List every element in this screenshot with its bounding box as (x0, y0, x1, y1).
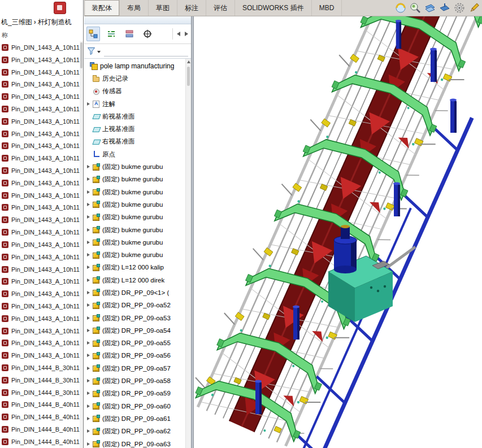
file-row[interactable]: Pin_DIN_1443_A_10h11x2 (0, 41, 83, 54)
file-row[interactable]: Pin_DIN_1444_B_40h11x9 (0, 423, 83, 436)
file-row[interactable]: Pin_DIN_1443_A_10h11x2 (0, 177, 83, 189)
filter-dropdown-caret-icon[interactable] (97, 51, 101, 53)
tree-item[interactable]: 历史记录 (84, 72, 191, 85)
file-list-scrollbar[interactable] (80, 41, 83, 448)
tree-item[interactable]: (固定) DR_PP_09-oa59 (84, 388, 191, 400)
panel-tab-scroll-left-icon[interactable] (176, 31, 181, 37)
ribbon-tab[interactable]: 评估 (206, 0, 235, 16)
expand-arrow-icon[interactable] (86, 76, 92, 82)
tree-item[interactable]: (固定) bukme gurubu (84, 160, 191, 173)
file-row[interactable]: Pin_DIN_1443_A_10h11x2 (0, 275, 83, 288)
tree-item[interactable]: (固定) DR_PP_09-oa57 (84, 362, 191, 375)
viewport-3d[interactable] (194, 16, 482, 448)
tree-item[interactable]: (固定) DR_PP_09<1> ( (84, 286, 191, 299)
file-row[interactable]: Pin_DIN_1444_B_40h11x9 (0, 411, 83, 423)
tree-item[interactable]: (固定) bukme gurubu (84, 186, 191, 198)
tree-item[interactable]: (固定) DR_PP_09-oa62 (84, 425, 191, 438)
expand-arrow-icon[interactable] (86, 176, 92, 182)
expand-arrow-icon[interactable] (86, 441, 92, 447)
file-row[interactable]: Pin_DIN_1443_A_10h11x2 (0, 312, 83, 325)
filter-funnel-icon[interactable] (87, 47, 95, 55)
file-row[interactable]: Pin_DIN_1443_A_10h11x2 (0, 103, 83, 115)
ribbon-tab[interactable]: 布局 (120, 0, 149, 16)
expand-arrow-icon[interactable] (86, 390, 92, 397)
expand-arrow-icon[interactable] (86, 126, 92, 132)
tree-item[interactable]: (固定) bukme gurubu (84, 236, 191, 249)
tree-scrollbar[interactable] (185, 59, 191, 448)
tree-item[interactable]: 传感器 (84, 85, 191, 98)
tree-item[interactable]: (固定) bukme gurubu (84, 198, 191, 211)
expand-arrow-icon[interactable] (86, 114, 92, 120)
file-row[interactable]: Pin_DIN_1444_B_40h11x9 (0, 399, 83, 411)
expand-arrow-icon[interactable] (86, 366, 92, 372)
ribbon-tab[interactable]: SOLIDWORKS 插件 (235, 0, 312, 16)
expand-arrow-icon[interactable] (86, 378, 92, 384)
breadcrumb-item[interactable]: 杆灯制造机 (38, 18, 72, 27)
tree-item[interactable]: (固定) DR_PP_09-oa56 (84, 350, 191, 362)
file-row[interactable]: Pin_DIN_1443_A_10h11x2 (0, 288, 83, 300)
ribbon-tab[interactable]: MBD (312, 0, 342, 16)
file-row[interactable]: Pin_DIN_1443_A_10h11x2 (0, 349, 83, 362)
expand-arrow-icon[interactable] (86, 88, 92, 94)
file-row[interactable]: Pin_DIN_1443_A_10h11x2 (0, 128, 83, 140)
file-row[interactable]: Pin_DIN_1443_A_10h11x2 (0, 263, 83, 276)
expand-arrow-icon[interactable] (86, 353, 92, 359)
file-row[interactable]: Pin_DIN_1443_A_10h11x2 (0, 238, 83, 251)
file-row[interactable]: Pin_DIN_1444_B_40h11x9 (0, 436, 83, 448)
tree-item[interactable]: 上视基准面 (84, 123, 191, 135)
file-row[interactable]: Pin_DIN_1443_A_10h11x2 (0, 54, 83, 66)
file-row[interactable]: Pin_DIN_1443_A_10h11x2 (0, 337, 83, 350)
tree-root-item[interactable]: pole lamp manufacturing (84, 60, 191, 72)
expand-arrow-icon[interactable] (86, 252, 92, 258)
expand-arrow-icon[interactable] (86, 189, 92, 195)
expand-arrow-icon[interactable] (86, 340, 92, 346)
expand-arrow-icon[interactable] (86, 315, 92, 321)
expand-arrow-icon[interactable] (86, 290, 92, 296)
tree-item[interactable]: (固定) DR_PP_09-oa54 (84, 324, 191, 337)
expand-arrow-icon[interactable] (86, 101, 92, 107)
expand-arrow-icon[interactable] (86, 164, 92, 170)
expand-arrow-icon[interactable] (86, 328, 92, 334)
tree-item[interactable]: 前视基准面 (84, 110, 191, 123)
file-row[interactable]: Pin_DIN_1443_A_10h11x2 (0, 140, 83, 153)
zoom-lens-icon[interactable] (409, 2, 422, 14)
file-row[interactable]: Pin_DIN_1443_A_10h11x2 (0, 325, 83, 337)
file-row[interactable]: Pin_DIN_1444_B_30h11x1 (0, 374, 83, 386)
section-pages-icon[interactable] (424, 2, 436, 14)
panel-tab-scroll-right-icon[interactable] (184, 31, 189, 37)
tab-dimxpertmanager[interactable] (141, 27, 154, 41)
filter-input[interactable] (104, 46, 188, 56)
pencil-icon[interactable] (468, 2, 480, 14)
file-row[interactable]: Pin_DIN_1443_A_10h11x2 (0, 189, 83, 202)
file-row[interactable]: Pin_DIN_1443_A_10h11x2 (0, 66, 83, 79)
expand-arrow-icon[interactable] (86, 151, 92, 158)
file-row[interactable]: Pin_DIN_1443_A_10h11x2 (0, 90, 83, 103)
file-row[interactable]: Pin_DIN_1443_A_10h11x2 (0, 214, 83, 226)
tree-item[interactable]: (固定) DR_PP_09-oa60 (84, 400, 191, 412)
tab-propertymanager[interactable] (105, 27, 118, 41)
gear-icon[interactable] (453, 2, 466, 14)
archive-app-icon[interactable] (54, 2, 66, 14)
expand-arrow-icon[interactable] (86, 214, 92, 220)
expand-arrow-icon[interactable] (86, 416, 92, 422)
expand-arrow-icon[interactable] (86, 403, 92, 410)
expand-arrow-icon[interactable] (86, 428, 92, 434)
expand-arrow-icon[interactable] (86, 202, 92, 208)
tab-featuremanager-tree[interactable] (86, 27, 100, 41)
tree-item[interactable]: (固定) DR_PP_09-oa55 (84, 337, 191, 350)
tree-item[interactable]: (固定) DR_PP_09-oa53 (84, 312, 191, 324)
file-row[interactable]: Pin_DIN_1443_A_10h11x2 (0, 152, 83, 164)
tree-item[interactable]: (固定) DR_PP_09-oa58 (84, 375, 191, 387)
tree-item[interactable]: (固定) bukme gurubu (84, 249, 191, 261)
file-row[interactable]: Pin_DIN_1443_A_10h11x2 (0, 164, 83, 177)
file-row[interactable]: Pin_DIN_1443_A_10h11x2 (0, 115, 83, 128)
tree-item[interactable]: (固定) DR_PP_09-oa52 (84, 299, 191, 312)
expand-arrow-icon[interactable] (86, 277, 92, 284)
expand-arrow-icon[interactable] (86, 138, 92, 145)
display-sphere-icon[interactable] (394, 2, 407, 14)
expand-arrow-icon[interactable] (86, 227, 92, 233)
tree-item[interactable]: (固定) DR_PP_09-oa63 (84, 438, 191, 448)
file-row[interactable]: Pin_DIN_1443_A_10h11x2 (0, 251, 83, 263)
tree-item[interactable]: (固定) L=12 000 direk (84, 274, 191, 286)
tree-item[interactable]: 注解 (84, 98, 191, 110)
